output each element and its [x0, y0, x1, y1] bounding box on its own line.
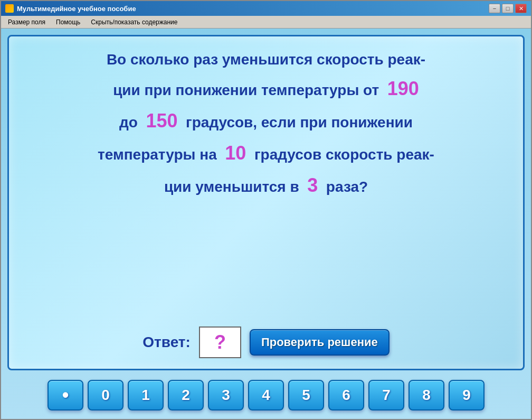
minimize-button[interactable]: − — [489, 4, 500, 13]
question-line2-pre: ции при понижении температуры от — [113, 82, 379, 98]
numpad-dot-button[interactable]: • — [48, 380, 83, 410]
numpad: • 0 1 2 3 4 5 6 7 8 9 — [7, 375, 525, 413]
numpad-5-button[interactable]: 5 — [288, 380, 324, 410]
question-line3-post: градусов, если при понижении — [186, 114, 413, 130]
numpad-0-button[interactable]: 0 — [88, 380, 124, 410]
answer-box[interactable]: ? — [199, 326, 241, 358]
answer-row: Ответ: ? Проверить решение — [142, 326, 389, 358]
number-3: 3 — [307, 174, 318, 196]
answer-placeholder: ? — [214, 331, 226, 353]
menu-item-size[interactable]: Размер поля — [3, 17, 50, 27]
numpad-3-button[interactable]: 3 — [208, 380, 244, 410]
number-150: 150 — [146, 110, 177, 132]
question-line1: Во сколько раз уменьшится скорость реак- — [107, 51, 425, 68]
number-10: 10 — [225, 142, 246, 164]
question-line4-post: градусов скорость реак- — [254, 146, 434, 163]
content-area: Во сколько раз уменьшится скорость реак-… — [1, 29, 531, 419]
question-line3-pre: до — [119, 114, 138, 130]
numpad-7-button[interactable]: 7 — [368, 380, 404, 410]
numpad-2-button[interactable]: 2 — [168, 380, 204, 410]
question-line4: температуры на — [98, 146, 217, 163]
numpad-1-button[interactable]: 1 — [128, 380, 164, 410]
question-line5-pre: ции уменьшится в — [164, 179, 299, 195]
check-solution-button[interactable]: Проверить решение — [250, 329, 390, 356]
question-line5-post: раза? — [326, 179, 368, 195]
maximize-button[interactable]: □ — [502, 4, 514, 13]
number-190: 190 — [387, 78, 419, 99]
close-button[interactable]: ✕ — [515, 4, 527, 13]
question-text: Во сколько раз уменьшится скорость реак-… — [98, 47, 434, 201]
window-title: Мультимедийное учебное пособие — [17, 5, 486, 13]
menu-item-toggle[interactable]: Скрыть/показать содержание — [86, 17, 182, 27]
window-controls: − □ ✕ — [489, 4, 527, 13]
numpad-6-button[interactable]: 6 — [328, 380, 364, 410]
menu-bar: Размер поля Помощь Скрыть/показать содер… — [1, 16, 531, 29]
main-panel: Во сколько раз уменьшится скорость реак-… — [7, 35, 525, 370]
answer-label: Ответ: — [142, 334, 191, 351]
numpad-9-button[interactable]: 9 — [449, 380, 484, 410]
numpad-8-button[interactable]: 8 — [408, 380, 444, 410]
app-icon — [5, 4, 14, 13]
numpad-4-button[interactable]: 4 — [248, 380, 284, 410]
menu-item-help[interactable]: Помощь — [51, 17, 85, 27]
title-bar: Мультимедийное учебное пособие − □ ✕ — [1, 1, 531, 16]
main-window: Мультимедийное учебное пособие − □ ✕ Раз… — [0, 0, 532, 420]
